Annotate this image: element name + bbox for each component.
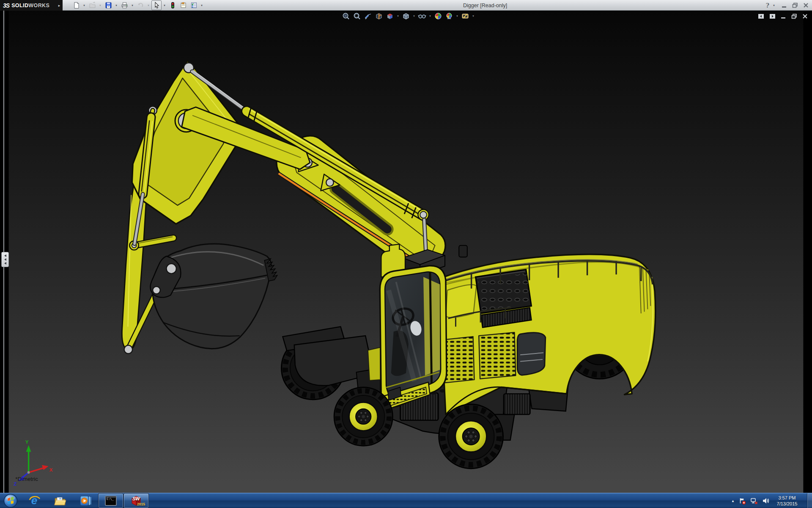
new-document-button[interactable] xyxy=(71,0,81,10)
help-button[interactable]: ? xyxy=(766,2,769,9)
view-orientation-button[interactable] xyxy=(385,12,395,20)
open-button[interactable] xyxy=(87,0,97,10)
restore-icon xyxy=(791,14,797,19)
display-style-button[interactable] xyxy=(401,12,411,20)
section-view-icon xyxy=(375,12,383,20)
network-disconnected-icon[interactable] xyxy=(750,497,758,505)
view-settings-dropdown[interactable]: ▾ xyxy=(471,12,475,20)
side-grille-right xyxy=(479,332,516,379)
collapse-arrow-icon xyxy=(4,262,6,265)
start-button[interactable] xyxy=(3,494,18,508)
zoom-to-fit-icon xyxy=(342,12,350,20)
brand-text-works: WORKS xyxy=(28,3,49,8)
taskbar-solidworks-2015[interactable]: SW 2015 xyxy=(123,493,149,508)
minimize-icon xyxy=(781,14,786,19)
system-tray: ▲ xyxy=(731,493,770,508)
solidworks-logo: 3S SOLIDWORKS xyxy=(0,0,63,11)
save-floppy-icon xyxy=(105,2,112,9)
options-dropdown[interactable]: ▾ xyxy=(199,0,204,10)
feature-panel-expand-tab[interactable] xyxy=(1,252,9,267)
new-document-icon xyxy=(73,2,80,9)
print-dropdown[interactable]: ▾ xyxy=(130,0,135,10)
action-center-flag-icon[interactable] xyxy=(739,497,746,505)
select-button[interactable] xyxy=(151,0,162,10)
new-document-dropdown[interactable]: ▾ xyxy=(82,0,87,10)
solidworks-icon-year: 2015 xyxy=(137,502,145,506)
menu-flyout-button[interactable]: ▸ xyxy=(56,0,63,11)
appearance-ball-icon xyxy=(434,12,442,20)
taskbar-command-prompt[interactable]: C:\_ xyxy=(98,493,123,508)
apply-scene-button[interactable] xyxy=(444,12,454,20)
eyeglasses-icon xyxy=(418,12,426,20)
undo-button[interactable] xyxy=(135,0,145,10)
close-icon xyxy=(802,14,808,19)
taskbar-windows-explorer[interactable] xyxy=(47,493,73,508)
previous-view-icon xyxy=(364,12,372,20)
edit-appearance-button[interactable] xyxy=(433,12,443,20)
printer-icon xyxy=(121,2,128,9)
clock-time: 3:57 PM xyxy=(779,495,796,501)
previous-view-button[interactable] xyxy=(363,12,373,20)
clock-date: 7/13/2015 xyxy=(777,501,798,507)
app-minimize-button[interactable] xyxy=(782,3,787,8)
toggle-left-pane-button[interactable] xyxy=(758,14,764,19)
taskbar-internet-explorer[interactable]: e xyxy=(22,493,47,508)
document-window-controls xyxy=(758,12,808,20)
save-dropdown[interactable]: ▾ xyxy=(114,0,119,10)
apply-scene-dropdown[interactable]: ▾ xyxy=(455,12,459,20)
command-prompt-label: C:\_ xyxy=(107,497,114,501)
title-bar: 3S SOLIDWORKS ▸ ▾ ▾ xyxy=(0,0,812,11)
rebuild-button[interactable] xyxy=(167,0,178,10)
app-window-controls: ? ▾ xyxy=(766,0,809,11)
hide-show-items-button[interactable] xyxy=(417,12,427,20)
brand-text-solid: SOLID xyxy=(11,3,28,8)
solidworks-icon-letters: SW xyxy=(132,496,140,501)
taskbar-media-player[interactable] xyxy=(73,493,98,508)
solidworks-logo-mark: 3S xyxy=(3,2,9,9)
print-button[interactable] xyxy=(119,0,129,10)
view-orientation-cube-icon xyxy=(386,12,394,20)
display-style-dropdown[interactable]: ▾ xyxy=(412,12,416,20)
solidworks-window: 3S SOLIDWORKS ▸ ▾ ▾ xyxy=(0,0,812,508)
triad-y-label: Y xyxy=(25,439,29,444)
volume-icon[interactable] xyxy=(762,497,770,504)
show-desktop-button[interactable] xyxy=(807,493,812,508)
app-close-button[interactable] xyxy=(803,3,809,8)
wheel-front-left xyxy=(334,387,392,446)
minimize-document-button[interactable] xyxy=(781,14,786,19)
graphics-viewport[interactable]: Y X Z *Dimetric xyxy=(0,11,812,493)
rebuild-traffic-light-icon xyxy=(169,2,176,9)
taskbar-items: e xyxy=(22,493,149,508)
show-hidden-icons-button[interactable]: ▲ xyxy=(731,499,735,503)
zoom-to-area-icon xyxy=(353,12,361,20)
options-button[interactable] xyxy=(189,0,199,10)
view-orientation-dropdown[interactable]: ▾ xyxy=(396,12,400,20)
taskbar-clock[interactable]: 3:57 PM 7/13/2015 xyxy=(772,493,802,508)
undo-arrow-icon xyxy=(137,2,144,9)
hide-show-items-dropdown[interactable]: ▾ xyxy=(428,12,432,20)
display-style-cube-icon xyxy=(402,12,410,20)
zoom-to-area-button[interactable] xyxy=(352,12,362,20)
windows-taskbar: e xyxy=(0,493,812,508)
zoom-to-fit-button[interactable] xyxy=(341,12,351,20)
open-folder-icon xyxy=(89,2,96,9)
collapse-arrow-icon xyxy=(4,258,6,261)
restore-document-button[interactable] xyxy=(791,14,797,19)
section-view-button[interactable] xyxy=(374,12,384,20)
pane-left-icon xyxy=(758,14,764,19)
select-dropdown[interactable]: ▾ xyxy=(162,0,167,10)
app-restore-button[interactable] xyxy=(792,3,798,8)
windows-start-orb-icon xyxy=(3,494,18,508)
excavator-model-scene[interactable]: Y X Z *Dimetric xyxy=(0,11,812,493)
close-document-button[interactable] xyxy=(802,14,808,19)
help-dropdown[interactable]: ▾ xyxy=(771,0,776,10)
wheel-front-right xyxy=(439,404,503,469)
undo-dropdown[interactable]: ▾ xyxy=(146,0,151,10)
toggle-right-pane-button[interactable] xyxy=(769,14,776,19)
view-settings-button[interactable] xyxy=(460,12,470,20)
open-dropdown[interactable]: ▾ xyxy=(98,0,103,10)
pane-right-icon xyxy=(769,14,776,19)
save-button[interactable] xyxy=(103,0,113,10)
file-properties-button[interactable] xyxy=(178,0,188,10)
heads-up-view-toolbar: ▾ ▾ ▾ xyxy=(341,11,475,21)
